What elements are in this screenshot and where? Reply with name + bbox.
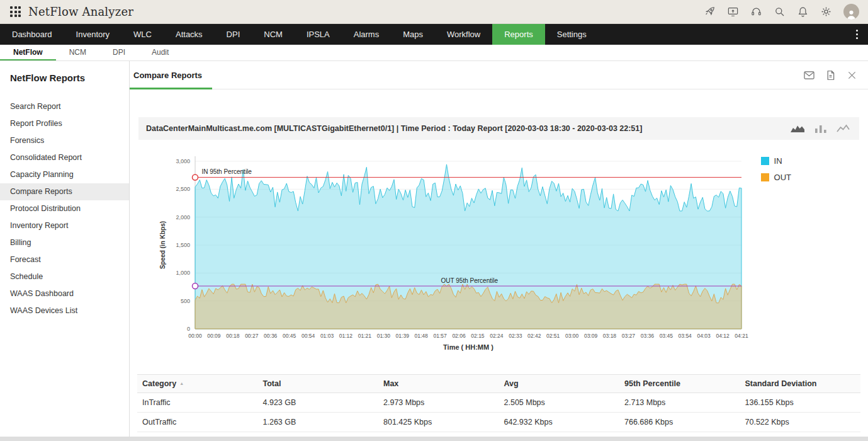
headset-icon[interactable] bbox=[750, 6, 762, 18]
table-row: InTraffic4.923 GB2.973 Mbps2.505 Mbps2.7… bbox=[137, 393, 860, 413]
svg-text:2,500: 2,500 bbox=[176, 186, 190, 192]
sidebar-items: Search ReportReport ProfilesForensicsCon… bbox=[0, 98, 129, 319]
svg-text:1,500: 1,500 bbox=[176, 242, 190, 248]
sidebar-item-forensics[interactable]: Forensics bbox=[0, 132, 129, 149]
app-title: NetFlow Analyzer bbox=[28, 5, 133, 18]
traffic-summary-table: Category▲TotalMaxAvg95th PercentileStand… bbox=[137, 374, 860, 432]
sidebar-item-inventory-report[interactable]: Inventory Report bbox=[0, 217, 129, 234]
nav-item-ncm[interactable]: NCM bbox=[252, 24, 295, 45]
nav-item-ipsla[interactable]: IPSLA bbox=[295, 24, 342, 45]
main-content: Compare Reports DataCenterMainMulticast.… bbox=[130, 61, 868, 441]
subnav-item-dpi[interactable]: DPI bbox=[99, 45, 138, 60]
gear-icon[interactable] bbox=[820, 6, 832, 18]
sidebar-item-forecast[interactable]: Forecast bbox=[0, 251, 129, 268]
nav-item-inventory[interactable]: Inventory bbox=[64, 24, 121, 45]
area-chart-icon[interactable] bbox=[790, 123, 805, 134]
subnav-item-audit[interactable]: Audit bbox=[138, 45, 182, 60]
svg-text:03:00: 03:00 bbox=[565, 333, 579, 339]
svg-text:500: 500 bbox=[181, 298, 190, 304]
svg-text:01:12: 01:12 bbox=[339, 333, 353, 339]
svg-text:01:03: 01:03 bbox=[320, 333, 334, 339]
table-row: OutTraffic1.263 GB801.425 Kbps642.932 Kb… bbox=[137, 413, 860, 432]
sidebar-item-capacity-planning[interactable]: Capacity Planning bbox=[0, 166, 129, 183]
report-title-bar: DataCenterMainMulticast.me.com [MULTICAS… bbox=[138, 117, 859, 140]
nav-item-alarms[interactable]: Alarms bbox=[342, 24, 391, 45]
email-report-icon[interactable] bbox=[803, 69, 815, 81]
sidebar-item-waas-devices-list[interactable]: WAAS Devices List bbox=[0, 302, 129, 319]
column-header-total[interactable]: Total bbox=[258, 375, 379, 393]
sub-nav-items: NetFlowNCMDPIAudit bbox=[0, 45, 182, 60]
nav-item-attacks[interactable]: Attacks bbox=[164, 24, 215, 45]
chart-legend: INOUT bbox=[761, 156, 791, 189]
sidebar: NetFlow Reports Search ReportReport Prof… bbox=[0, 61, 130, 441]
svg-text:03:54: 03:54 bbox=[679, 333, 692, 339]
legend-item-in[interactable]: IN bbox=[761, 156, 791, 166]
bar-chart-icon[interactable] bbox=[813, 123, 828, 134]
bell-icon[interactable] bbox=[797, 6, 809, 18]
legend-item-out[interactable]: OUT bbox=[761, 173, 791, 182]
table-body: InTraffic4.923 GB2.973 Mbps2.505 Mbps2.7… bbox=[137, 393, 860, 432]
sidebar-item-protocol-distribution[interactable]: Protocol Distribution bbox=[0, 200, 129, 217]
sort-ascending-icon[interactable]: ▲ bbox=[179, 381, 184, 386]
svg-text:03:45: 03:45 bbox=[660, 333, 674, 339]
subnav-item-netflow[interactable]: NetFlow bbox=[0, 45, 56, 60]
sidebar-item-billing[interactable]: Billing bbox=[0, 234, 129, 251]
svg-text:00:54: 00:54 bbox=[302, 333, 315, 339]
horizontal-scrollbar[interactable] bbox=[0, 437, 868, 441]
svg-text:2,000: 2,000 bbox=[176, 214, 190, 220]
column-header-max[interactable]: Max bbox=[378, 375, 499, 393]
sidebar-item-search-report[interactable]: Search Report bbox=[0, 98, 129, 115]
tab-compare-reports[interactable]: Compare Reports bbox=[130, 61, 212, 89]
main-nav-items: DashboardInventoryWLCAttacksDPINCMIPSLAA… bbox=[0, 24, 599, 45]
sidebar-item-compare-reports[interactable]: Compare Reports bbox=[0, 183, 129, 200]
svg-text:0: 0 bbox=[187, 326, 190, 332]
svg-text:02:51: 02:51 bbox=[546, 333, 560, 339]
subnav-item-ncm[interactable]: NCM bbox=[56, 45, 99, 60]
apps-grid-icon[interactable] bbox=[10, 6, 21, 17]
close-icon[interactable] bbox=[846, 69, 858, 81]
svg-text:00:18: 00:18 bbox=[226, 333, 240, 339]
column-header-avg[interactable]: Avg bbox=[499, 375, 620, 393]
table-cell: 801.425 Kbps bbox=[378, 413, 499, 432]
table-cell: 136.155 Kbps bbox=[740, 393, 861, 413]
sidebar-item-report-profiles[interactable]: Report Profiles bbox=[0, 115, 129, 132]
nav-item-maps[interactable]: Maps bbox=[391, 24, 435, 45]
sidebar-item-waas-dashboard[interactable]: WAAS Dashboard bbox=[0, 285, 129, 302]
nav-item-wlc[interactable]: WLC bbox=[121, 24, 164, 45]
svg-text:Time ( HH:MM ): Time ( HH:MM ) bbox=[443, 343, 493, 351]
svg-text:04:03: 04:03 bbox=[697, 333, 711, 339]
svg-text:02:06: 02:06 bbox=[452, 333, 466, 339]
svg-text:04:12: 04:12 bbox=[716, 333, 730, 339]
report-title: DataCenterMainMulticast.me.com [MULTICAS… bbox=[146, 124, 642, 133]
sidebar-item-schedule[interactable]: Schedule bbox=[0, 268, 129, 285]
nav-item-dpi[interactable]: DPI bbox=[215, 24, 252, 45]
svg-text:01:57: 01:57 bbox=[433, 333, 447, 339]
column-header-95th-percentile[interactable]: 95th Percentile bbox=[619, 375, 740, 393]
legend-swatch bbox=[761, 157, 769, 165]
sidebar-item-consolidated-report[interactable]: Consolidated Report bbox=[0, 149, 129, 166]
search-icon[interactable] bbox=[774, 6, 786, 18]
svg-text:01:30: 01:30 bbox=[377, 333, 391, 339]
svg-text:00:09: 00:09 bbox=[207, 333, 221, 339]
svg-text:02:15: 02:15 bbox=[471, 333, 485, 339]
nav-item-dashboard[interactable]: Dashboard bbox=[0, 24, 64, 45]
svg-text:03:36: 03:36 bbox=[641, 333, 655, 339]
column-header-standard-deviation[interactable]: Standard Deviation bbox=[740, 375, 861, 393]
overflow-menu-icon[interactable] bbox=[846, 24, 868, 45]
nav-item-reports[interactable]: Reports bbox=[492, 24, 545, 45]
pdf-export-icon[interactable] bbox=[825, 69, 837, 81]
nav-item-settings[interactable]: Settings bbox=[545, 24, 599, 45]
rocket-icon[interactable] bbox=[704, 6, 716, 18]
line-chart-icon[interactable] bbox=[837, 123, 852, 134]
svg-text:03:18: 03:18 bbox=[603, 333, 617, 339]
svg-text:02:42: 02:42 bbox=[527, 333, 541, 339]
avatar[interactable] bbox=[843, 4, 859, 20]
tab-bar: Compare Reports bbox=[130, 61, 868, 89]
svg-text:03:09: 03:09 bbox=[584, 333, 598, 339]
svg-text:02:24: 02:24 bbox=[490, 333, 504, 339]
nav-item-workflow[interactable]: Workflow bbox=[435, 24, 492, 45]
svg-text:01:21: 01:21 bbox=[358, 333, 372, 339]
column-header-category[interactable]: Category▲ bbox=[137, 375, 258, 393]
table-cell: 2.713 Mbps bbox=[619, 393, 740, 413]
screen-share-icon[interactable] bbox=[727, 6, 739, 18]
